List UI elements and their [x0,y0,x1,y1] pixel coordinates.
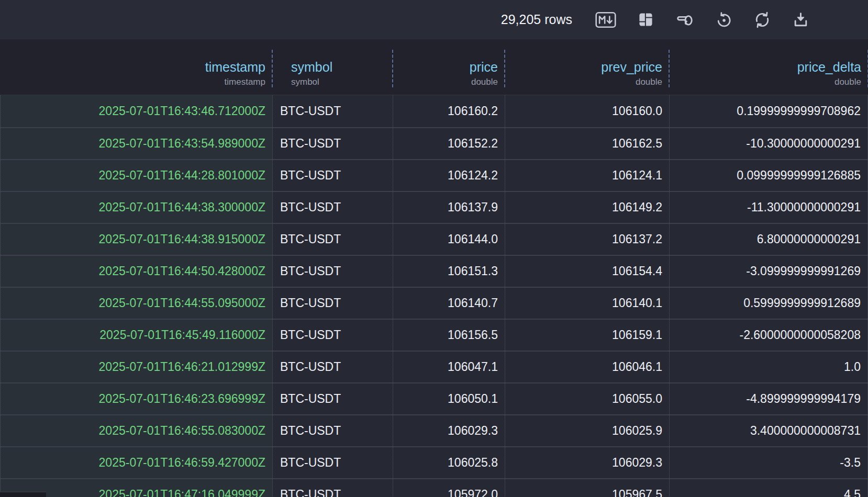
column-type: double [669,77,861,87]
cell-price_delta[interactable]: 0.5999999999912689 [669,288,868,319]
cell-prev_price[interactable]: 106055.0 [505,383,669,414]
cell-symbol[interactable]: BTC-USDT [272,479,393,497]
cell-price[interactable]: 106047.1 [393,352,505,382]
cell-price[interactable]: 106137.9 [393,192,505,223]
cell-symbol[interactable]: BTC-USDT [272,192,393,223]
flick-scroll-button[interactable] [675,9,694,31]
cell-price[interactable]: 106156.5 [393,320,505,351]
cell-prev_price[interactable]: 106149.2 [505,192,669,223]
download-button[interactable] [792,9,809,31]
cell-timestamp[interactable]: 2025-07-01T16:46:59.427000Z [0,447,272,478]
column-header-symbol[interactable]: symbolsymbol [272,39,393,95]
cell-price_delta[interactable]: 0.09999999999126885 [669,160,868,191]
cell-price[interactable]: 106124.2 [393,160,505,191]
refresh-button[interactable] [753,9,771,31]
cell-prev_price[interactable]: 106137.2 [505,224,669,255]
copy-as-markdown-button[interactable] [595,9,616,31]
column-name: prev_price [505,60,662,75]
cell-prev_price[interactable]: 106046.1 [505,352,669,382]
column-header-timestamp[interactable]: timestamptimestamp [0,39,272,95]
column-type: timestamp [0,77,265,87]
cell-price[interactable]: 106151.3 [393,256,505,287]
cell-symbol[interactable]: BTC-USDT [272,224,393,255]
undo-history-icon [715,11,732,28]
cell-timestamp[interactable]: 2025-07-01T16:44:55.095000Z [0,288,272,319]
cell-price[interactable]: 106152.2 [393,128,505,159]
grid-layout-button[interactable] [637,9,654,31]
cell-price[interactable]: 105972.0 [393,479,505,497]
cell-price[interactable]: 106144.0 [393,224,505,255]
column-name: timestamp [0,60,265,75]
cell-symbol[interactable]: BTC-USDT [272,128,393,159]
cell-symbol[interactable]: BTC-USDT [272,320,393,351]
cell-symbol[interactable]: BTC-USDT [272,352,393,382]
column-header-price_delta[interactable]: price_deltadouble [669,39,868,95]
cell-prev_price[interactable]: 106124.1 [505,160,669,191]
cell-price_delta[interactable]: -10.30000000000291 [669,128,868,159]
cell-price[interactable]: 106029.3 [393,415,505,446]
cell-timestamp[interactable]: 2025-07-01T16:46:23.696999Z [0,383,272,414]
cell-symbol[interactable]: BTC-USDT [272,383,393,414]
cell-prev_price[interactable]: 106029.3 [505,447,669,478]
table-row: 2025-07-01T16:45:49.116000ZBTC-USDT10615… [0,319,868,351]
table-row: 2025-07-01T16:46:59.427000ZBTC-USDT10602… [0,446,868,478]
cell-prev_price[interactable]: 106159.1 [505,320,669,351]
cell-price_delta[interactable]: -3.099999999991269 [669,256,868,287]
cell-prev_price[interactable]: 106162.5 [505,128,669,159]
column-name: symbol [291,60,393,75]
data-grid: timestamptimestampsymbolsymbolpricedoubl… [0,39,868,497]
download-icon [792,11,809,28]
column-type: symbol [291,77,393,87]
cell-prev_price[interactable]: 106154.4 [505,256,669,287]
grid-body: 2025-07-01T16:43:46.712000ZBTC-USDT10616… [0,95,868,497]
table-row: 2025-07-01T16:46:55.083000ZBTC-USDT10602… [0,414,868,446]
cell-symbol[interactable]: BTC-USDT [272,288,393,319]
cell-price_delta[interactable]: -3.5 [669,447,868,478]
cell-price[interactable]: 106160.2 [393,95,505,127]
cell-symbol[interactable]: BTC-USDT [272,256,393,287]
cell-symbol[interactable]: BTC-USDT [272,160,393,191]
cell-symbol[interactable]: BTC-USDT [272,95,393,127]
cell-price_delta[interactable]: -2.6000000000058208 [669,320,868,351]
cell-timestamp[interactable]: 2025-07-01T16:43:46.712000Z [0,95,272,127]
cell-price_delta[interactable]: -11.30000000000291 [669,192,868,223]
cell-price_delta[interactable]: 0.19999999999708962 [669,95,868,127]
cell-prev_price[interactable]: 106160.0 [505,95,669,127]
cell-price[interactable]: 106050.1 [393,383,505,414]
table-row: 2025-07-01T16:44:38.300000ZBTC-USDT10613… [0,191,868,223]
cell-timestamp[interactable]: 2025-07-01T16:43:54.989000Z [0,128,272,159]
cell-price_delta[interactable]: 1.0 [669,352,868,382]
cell-timestamp[interactable]: 2025-07-01T16:44:38.300000Z [0,192,272,223]
cell-timestamp[interactable]: 2025-07-01T16:44:28.801000Z [0,160,272,191]
cell-timestamp[interactable]: 2025-07-01T16:44:38.915000Z [0,224,272,255]
cell-prev_price[interactable]: 106025.9 [505,415,669,446]
column-type: double [393,77,498,87]
cell-prev_price[interactable]: 105967.5 [505,479,669,497]
column-header-prev_price[interactable]: prev_pricedouble [505,39,669,95]
cell-symbol[interactable]: BTC-USDT [272,447,393,478]
horizontal-scrollbar-thumb[interactable] [0,492,46,497]
cell-price_delta[interactable]: 6.80000000000291 [669,224,868,255]
column-name: price [393,60,498,75]
cell-price[interactable]: 106140.7 [393,288,505,319]
cell-timestamp[interactable]: 2025-07-01T16:45:49.116000Z [0,320,272,351]
cell-price_delta[interactable]: -4.899999999994179 [669,383,868,414]
cell-price_delta[interactable]: 3.400000000008731 [669,415,868,446]
cell-prev_price[interactable]: 106140.1 [505,288,669,319]
cell-symbol[interactable]: BTC-USDT [272,415,393,446]
table-row: 2025-07-01T16:44:28.801000ZBTC-USDT10612… [0,159,868,191]
pointing-hand-icon [675,11,694,29]
table-row: 2025-07-01T16:43:54.989000ZBTC-USDT10615… [0,127,868,159]
column-header-price[interactable]: pricedouble [393,39,505,95]
cell-timestamp[interactable]: 2025-07-01T16:46:55.083000Z [0,415,272,446]
cell-price[interactable]: 106025.8 [393,447,505,478]
cell-timestamp[interactable]: 2025-07-01T16:44:50.428000Z [0,256,272,287]
table-row: 2025-07-01T16:44:38.915000ZBTC-USDT10614… [0,223,868,255]
column-name: price_delta [669,60,861,75]
history-button[interactable] [715,9,732,31]
refresh-icon [753,11,771,29]
table-row: 2025-07-01T16:46:23.696999ZBTC-USDT10605… [0,382,868,414]
cell-price_delta[interactable]: 4.5 [669,479,868,497]
cell-timestamp[interactable]: 2025-07-01T16:46:21.012999Z [0,352,272,382]
table-row: 2025-07-01T16:46:21.012999ZBTC-USDT10604… [0,351,868,382]
